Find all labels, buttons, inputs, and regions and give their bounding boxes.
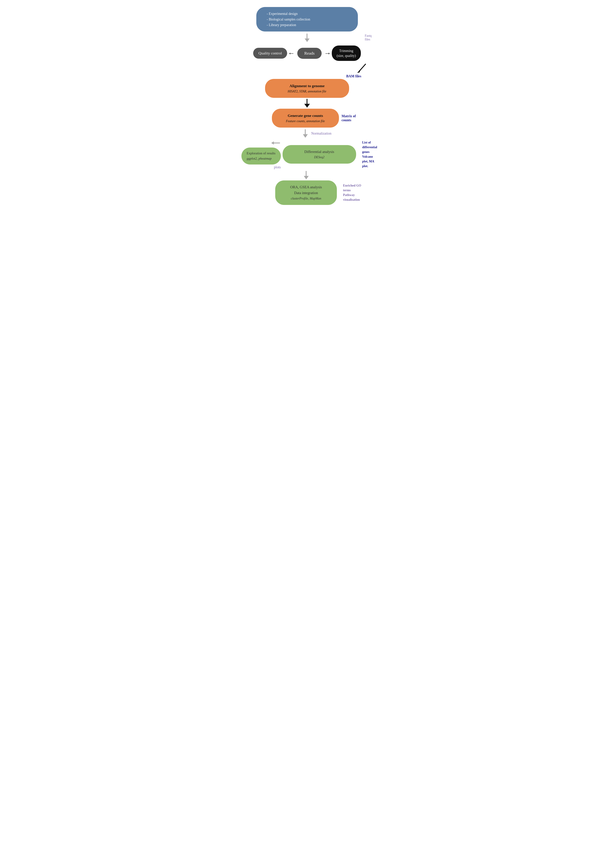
trimming-pill: Trimming (size, quality)	[332, 45, 361, 61]
gene-counts-subtitle: Feature counts, annotation file	[281, 119, 330, 124]
enriched-line1: Enriched GO terms	[343, 183, 368, 193]
enriched-line2: Pathway visualisation	[343, 193, 368, 202]
trimming-line2: (size, quality)	[337, 53, 356, 58]
arrow-right-to-trimming: →	[324, 50, 331, 57]
diff-genes-line1: List of differential genes	[362, 140, 377, 154]
arrow-to-exploration	[270, 140, 281, 146]
ora-gsea-pill: ORA, GSEA analysis Data integration clus…	[275, 180, 337, 205]
quality-control-label: Quality control	[258, 51, 282, 55]
top-pill: - Experimental design - Biological sampl…	[256, 7, 358, 31]
reads-row: Quality control ← Reads → Trimming (size…	[246, 45, 368, 61]
fastq-label: Fastq files	[365, 34, 372, 41]
arrow-to-ora	[304, 171, 309, 179]
exploration-subtitle: ggplot2, pheatmap	[247, 156, 275, 161]
matrix-label: Matrix of counts	[342, 114, 356, 122]
top-pill-line1: - Experimental design	[267, 11, 347, 17]
alignment-subtitle: HISAT2, STAR, annotation file	[274, 89, 340, 94]
arrow-alignment-to-counts	[304, 99, 310, 108]
ora-line2: Data integration	[282, 190, 330, 196]
diagram: - Experimental design - Biological sampl…	[246, 7, 368, 205]
top-pill-line3: - Library preparation	[267, 22, 347, 28]
svg-marker-1	[357, 70, 361, 73]
enriched-label: Enriched GO terms Pathway visualisation	[343, 183, 368, 202]
reads-label: Reads	[304, 51, 315, 56]
differential-pill: Differential analysis DESeq2	[283, 145, 356, 164]
exploration-pill: Exploration of results ggplot2, pheatmap	[241, 147, 281, 164]
top-pill-line2: - Biological samples collection	[267, 17, 347, 22]
differential-title: Differential analysis	[291, 149, 347, 155]
ora-subtitle: clusterProfile, MapMan	[282, 196, 330, 201]
arrow-to-normalization	[303, 129, 308, 138]
differential-subtitle: DESeq2	[291, 155, 347, 160]
plots-label: plots	[274, 165, 281, 169]
reads-pill: Reads	[297, 48, 322, 59]
gene-counts-title: Generate gene counts	[281, 113, 330, 119]
arrow-to-reads	[305, 34, 309, 42]
ora-title: ORA, GSEA analysis	[282, 184, 330, 190]
trimming-line1: Trimming	[337, 48, 356, 53]
quality-control-pill: Quality control	[253, 48, 287, 59]
svg-line-0	[359, 64, 366, 72]
bam-label: BAM files	[346, 74, 361, 78]
arrow-left-to-qc: ←	[288, 50, 295, 57]
gene-counts-pill: Generate gene counts Feature counts, ann…	[272, 108, 339, 127]
alignment-pill: Alignment to genome HISAT2, STAR, annota…	[265, 79, 349, 98]
diagonal-arrow	[356, 63, 367, 73]
diff-genes-line2: Volcano plot, MA plot.	[362, 154, 377, 169]
exploration-title: Exploration of results	[247, 151, 275, 156]
diff-genes-label: List of differential genes Volcano plot,…	[362, 140, 377, 169]
alignment-title: Alignment to genome	[274, 83, 340, 89]
svg-marker-3	[271, 141, 274, 144]
normalization-label: Normalization	[311, 132, 332, 135]
